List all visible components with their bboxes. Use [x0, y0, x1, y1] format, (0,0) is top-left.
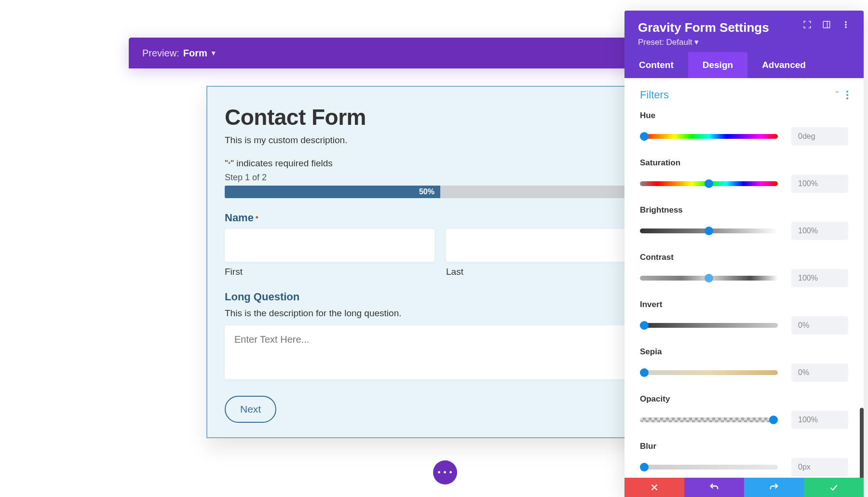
ellipsis-icon: • • • — [438, 468, 453, 477]
invert-value[interactable]: 0% — [791, 316, 848, 335]
name-inputs-row: First Last — [225, 229, 656, 277]
progress-bar: 50% — [225, 186, 656, 198]
contrast-slider[interactable] — [640, 276, 778, 281]
svg-point-3 — [845, 24, 846, 25]
form-title: Contact Form — [225, 104, 656, 130]
collapse-icon[interactable]: ˆ — [836, 90, 839, 100]
hue-slider[interactable] — [640, 134, 778, 139]
panel-tabs: Content Design Advanced — [624, 52, 864, 78]
preset-selector[interactable]: Preset: Default ▾ — [638, 37, 769, 47]
brightness-value[interactable]: 100% — [791, 222, 848, 240]
blur-value[interactable]: 0px — [791, 458, 848, 476]
more-options-fab[interactable]: • • • — [433, 460, 457, 484]
saturation-label: Saturation — [640, 158, 848, 168]
chevron-down-icon[interactable]: ▼ — [210, 49, 217, 57]
scrollbar-thumb[interactable] — [860, 408, 864, 478]
svg-point-2 — [845, 22, 846, 23]
contrast-value[interactable]: 100% — [791, 269, 848, 287]
first-name-input[interactable] — [225, 229, 434, 262]
tab-design[interactable]: Design — [688, 52, 747, 78]
fullscreen-icon[interactable] — [803, 20, 812, 31]
blur-label: Blur — [640, 442, 848, 451]
name-field-label: Name* — [225, 212, 656, 224]
panel-layout-icon[interactable] — [822, 20, 831, 31]
hue-label: Hue — [640, 111, 848, 121]
next-button[interactable]: Next — [225, 396, 276, 423]
form-description: This is my custom description. — [225, 135, 656, 146]
form-preview: Contact Form This is my custom descripti… — [206, 86, 674, 438]
invert-label: Invert — [640, 300, 848, 309]
tab-content[interactable]: Content — [624, 52, 688, 78]
hue-value[interactable]: 0deg — [791, 127, 848, 146]
panel-body[interactable]: Filters ˆ Hue 0deg Saturation 100% Brigh… — [624, 78, 864, 478]
long-question-textarea[interactable] — [225, 325, 656, 379]
redo-button[interactable] — [744, 478, 804, 497]
save-button[interactable] — [804, 478, 864, 497]
contrast-label: Contrast — [640, 253, 848, 262]
long-question-description: This is the description for the long que… — [225, 308, 656, 319]
step-indicator: Step 1 of 2 — [225, 173, 656, 183]
section-kebab-icon[interactable] — [846, 91, 848, 99]
settings-panel: Gravity Form Settings Preset: Default ▾ … — [624, 11, 864, 497]
undo-button[interactable] — [684, 478, 744, 497]
panel-footer — [624, 478, 864, 497]
progress-fill: 50% — [225, 186, 440, 198]
svg-point-4 — [845, 27, 846, 27]
brightness-slider[interactable] — [640, 228, 778, 233]
saturation-slider[interactable] — [640, 181, 778, 186]
sepia-value[interactable]: 0% — [791, 363, 848, 382]
invert-slider[interactable] — [640, 323, 778, 328]
preview-label: Preview: — [142, 48, 179, 59]
kebab-menu-icon[interactable] — [841, 20, 850, 31]
required-legend: "*" indicates required fields — [225, 158, 656, 169]
opacity-label: Opacity — [640, 394, 848, 404]
panel-header: Gravity Form Settings Preset: Default ▾ — [624, 11, 864, 52]
svg-rect-0 — [823, 21, 830, 28]
brightness-label: Brightness — [640, 205, 848, 215]
preview-value[interactable]: Form — [183, 48, 207, 59]
panel-title: Gravity Form Settings — [638, 20, 769, 35]
opacity-value[interactable]: 100% — [791, 411, 848, 429]
long-question-label: Long Question — [225, 291, 656, 303]
asterisk-icon: * — [256, 215, 258, 222]
tab-advanced[interactable]: Advanced — [747, 52, 820, 78]
first-name-sublabel: First — [225, 267, 434, 277]
cancel-button[interactable] — [624, 478, 684, 497]
opacity-slider[interactable] — [640, 417, 778, 422]
blur-slider[interactable] — [640, 465, 778, 470]
saturation-value[interactable]: 100% — [791, 175, 848, 193]
sepia-slider[interactable] — [640, 370, 778, 375]
section-title-filters[interactable]: Filters — [640, 89, 669, 101]
sepia-label: Sepia — [640, 347, 848, 357]
